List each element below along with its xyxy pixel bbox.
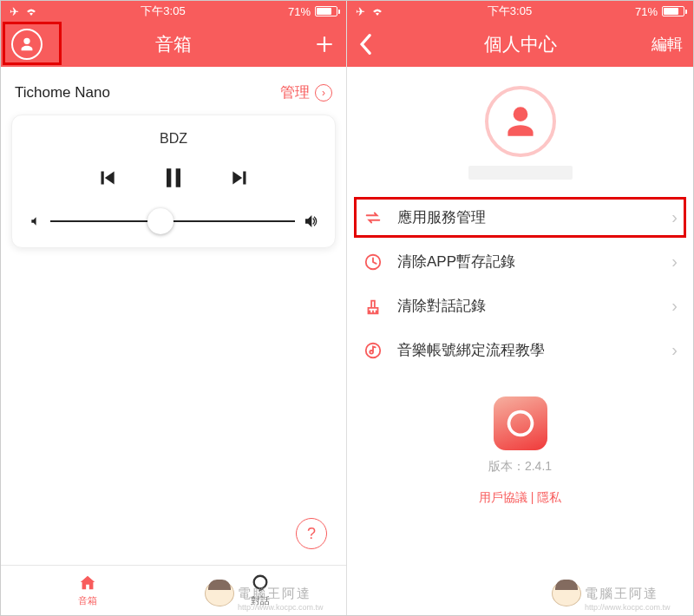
- volume-low-icon: [29, 215, 42, 227]
- row-music-tutorial[interactable]: 音樂帳號綁定流程教學 ›: [347, 328, 693, 372]
- airplane-icon: ✈: [356, 5, 365, 18]
- pause-icon[interactable]: [160, 164, 187, 192]
- battery-percent: 71%: [288, 5, 311, 18]
- wifi-icon: [370, 6, 384, 16]
- track-title: BDZ: [29, 131, 318, 147]
- version-text: 版本：2.4.1: [488, 459, 552, 475]
- manage-button[interactable]: 管理 ›: [280, 82, 332, 102]
- setting-label: 清除對話記錄: [397, 296, 658, 316]
- broom-icon: [363, 297, 383, 316]
- device-name: Tichome Nano: [15, 84, 110, 102]
- avatar[interactable]: [485, 86, 556, 157]
- page-title: 個人中心: [484, 32, 557, 56]
- prev-track-icon[interactable]: [95, 167, 118, 189]
- help-button[interactable]: ?: [296, 518, 327, 549]
- battery-percent: 71%: [635, 5, 658, 18]
- app-logo-icon: [494, 396, 547, 450]
- footer-links: 用戶協議 | 隱私: [479, 490, 561, 506]
- volume-slider[interactable]: [29, 214, 318, 228]
- back-icon[interactable]: [357, 33, 373, 56]
- next-track-icon[interactable]: [229, 167, 252, 189]
- chevron-right-icon: ›: [315, 84, 332, 102]
- nav-bar: 個人中心 編輯: [347, 22, 693, 67]
- setting-label: 清除APP暫存記錄: [397, 252, 658, 272]
- status-bar: ✈ 下午3:05 71%: [1, 1, 346, 22]
- battery-icon: [315, 6, 337, 16]
- avatar-section: [347, 67, 693, 195]
- status-time: 下午3:05: [141, 3, 185, 19]
- settings-list: 應用服務管理 › 清除APP暫存記錄 › 清除對話記錄 › 音樂帳號綁定流程教學…: [347, 195, 693, 372]
- tab-dialog[interactable]: 對話: [174, 566, 346, 615]
- username: [468, 166, 573, 180]
- plus-icon[interactable]: [313, 33, 336, 56]
- nav-bar: 音箱: [1, 22, 346, 67]
- screen-profile: ✈ 下午3:05 71% 個人中心 編輯 應用服務管理 › 清除APP暫存記錄: [347, 1, 693, 615]
- setting-label: 音樂帳號綁定流程教學: [397, 340, 658, 360]
- row-clear-cache[interactable]: 清除APP暫存記錄 ›: [347, 239, 693, 284]
- row-clear-dialog[interactable]: 清除對話記錄 ›: [347, 284, 693, 328]
- music-icon: [363, 341, 383, 360]
- tab-bar: 音箱 對話: [1, 565, 346, 615]
- airplane-icon: ✈: [10, 5, 19, 18]
- chevron-right-icon: ›: [671, 296, 678, 316]
- page-title: 音箱: [155, 32, 192, 56]
- chevron-right-icon: ›: [671, 207, 678, 227]
- svg-point-0: [253, 576, 266, 589]
- app-info: 版本：2.4.1 用戶協議 | 隱私: [347, 372, 693, 506]
- tab-speaker[interactable]: 音箱: [1, 566, 174, 615]
- status-bar: ✈ 下午3:05 71%: [347, 1, 693, 22]
- setting-label: 應用服務管理: [397, 207, 658, 227]
- home-icon: [77, 573, 98, 593]
- volume-high-icon: [304, 214, 318, 228]
- swap-icon: [363, 208, 383, 227]
- slider-thumb[interactable]: [147, 208, 174, 234]
- wifi-icon: [24, 6, 38, 16]
- player-card: BDZ: [11, 115, 336, 248]
- battery-icon: [662, 6, 684, 16]
- screen-speaker: ✈ 下午3:05 71% 音箱 Tichome Nano 管理 › BDZ: [1, 1, 347, 615]
- row-app-service[interactable]: 應用服務管理 ›: [347, 195, 693, 239]
- chat-icon: [250, 573, 271, 593]
- edit-button[interactable]: 編輯: [631, 34, 683, 55]
- manage-label: 管理: [280, 82, 310, 102]
- agreement-link[interactable]: 用戶協議: [479, 490, 527, 504]
- status-time: 下午3:05: [488, 3, 532, 19]
- device-header: Tichome Nano 管理 ›: [1, 67, 346, 115]
- privacy-link[interactable]: 隱私: [537, 490, 561, 504]
- clock-icon: [363, 252, 383, 272]
- profile-button[interactable]: [11, 29, 43, 60]
- chevron-right-icon: ›: [671, 340, 678, 360]
- chevron-right-icon: ›: [671, 252, 678, 272]
